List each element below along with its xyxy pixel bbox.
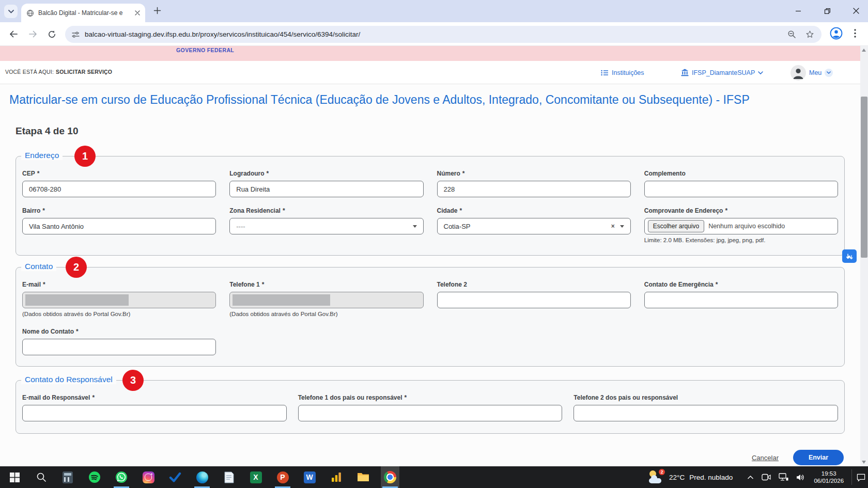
volume-button[interactable] [796,474,805,481]
step-badge-1: 1 [74,146,96,167]
new-tab-button[interactable] [153,7,161,17]
taskbar-instagram[interactable] [139,466,158,488]
tab-search-chevron-button[interactable] [4,5,18,18]
govbr-helper-text: (Dados obtidos através do Portal Gov.Br) [22,311,216,317]
required-marker: * [716,281,718,288]
vlibras-accessibility-button[interactable] [842,249,857,263]
browser-tab[interactable]: Balcão Digital - Matricular-se e [21,4,145,22]
redacted-value [25,294,129,306]
window-controls [792,4,863,18]
windows-taskbar: X P W 2 22°C Pred. nublado [0,466,868,488]
minimize-icon [795,8,801,14]
word-icon: W [304,471,316,483]
window-minimize-button[interactable] [792,4,805,18]
telefone2-input[interactable] [437,292,631,308]
section-contato-legend: Contato [21,262,56,271]
contato-emergencia-input[interactable] [644,292,838,308]
meet-now-button[interactable] [762,474,771,481]
tab-close-icon[interactable] [135,10,140,15]
field-label: Comprovante de Endereço [644,207,723,214]
email-responsavel-input[interactable] [22,405,287,421]
taskbar-notepad[interactable] [220,466,238,488]
menu-dots-icon[interactable] [854,29,856,38]
gov-federal-banner: GOVERNO FEDERAL [0,46,868,61]
whatsapp-icon [115,471,128,483]
comprovante-file-input[interactable]: Escolher arquivo Nenhum arquivo escolhid… [644,218,838,234]
logradouro-input[interactable] [229,181,423,197]
taskbar-calculator[interactable] [58,466,77,488]
user-menu-chevron [825,69,833,77]
bookmark-star-button[interactable] [805,30,814,39]
step-badge-3: 3 [122,370,144,391]
taskbar-powerbi[interactable] [327,466,346,488]
cancel-link[interactable]: Cancelar [752,454,779,462]
cep-input[interactable] [22,181,216,197]
taskbar-edge[interactable] [193,466,211,488]
institutions-link[interactable]: Instituições [601,61,644,84]
scrollbar-thumb[interactable] [861,97,867,258]
url-text: balcao-virtual-staging.dev.ifsp.edu.br/p… [85,30,778,38]
network-button[interactable] [779,473,788,481]
clock-time: 19:53 [810,470,847,477]
numero-input[interactable] [437,181,631,197]
scroll-up-arrow-icon[interactable] [862,49,866,52]
taskbar-file-explorer[interactable] [354,466,373,488]
taskbar-whatsapp[interactable] [112,466,131,488]
redacted-value [233,294,330,306]
nome-contato-input[interactable] [22,339,216,355]
weather-icon[interactable]: 2 [648,470,664,484]
submit-button[interactable]: Enviar [793,450,844,465]
field-complemento: Complemento [644,170,838,197]
taskbar-powerpoint[interactable]: P [273,466,292,488]
complemento-input[interactable] [644,181,838,197]
address-bar[interactable]: balcao-virtual-staging.dev.ifsp.edu.br/p… [65,26,822,43]
field-nome-contato: Nome do Contato* [22,328,216,355]
window-restore-button[interactable] [820,4,834,18]
reload-button[interactable] [45,28,58,40]
scroll-down-arrow-icon[interactable] [862,461,866,464]
taskbar-clock[interactable]: 19:53 06/01/2026 [810,470,847,484]
zoom-out-button[interactable] [787,30,796,39]
taskbar-chrome[interactable] [381,466,399,488]
breadcrumb: VOCÊ ESTÁ AQUI:SOLICITAR SERVIÇO [5,69,112,75]
taskbar-search-button[interactable] [32,466,51,488]
section-responsavel-legend: Contato do Responsável [21,375,116,384]
back-button[interactable] [7,28,20,40]
star-icon [805,30,814,39]
clear-selection-icon[interactable]: × [611,223,615,230]
folder-icon [357,472,369,482]
tenant-menu[interactable]: IFSP_DiamanteSUAP [681,61,763,84]
zona-residencial-select[interactable]: ---- [229,218,423,234]
close-icon [853,8,859,14]
required-marker: * [262,281,265,288]
start-button[interactable] [5,466,24,488]
escolher-arquivo-button[interactable]: Escolher arquivo [648,220,704,232]
notification-center-button[interactable] [856,473,866,482]
page-scrollbar[interactable] [860,46,868,466]
bairro-input[interactable] [22,218,216,234]
section-responsavel: Contato do Responsável 3 E-mail do Respo… [16,380,845,434]
cidade-select[interactable]: Cotia-SP × [437,218,631,234]
forward-arrow-icon [28,30,38,38]
user-menu[interactable]: Meu [791,61,833,84]
taskbar-excel[interactable]: X [246,466,265,488]
taskbar-word[interactable]: W [300,466,319,488]
field-label: Cidade [437,207,458,214]
tenant-label: IFSP_DiamanteSUAP [692,69,755,76]
chevron-down-icon [620,225,624,228]
site-settings-icon[interactable] [71,30,80,39]
profile-avatar-icon[interactable] [830,27,843,40]
telefone1-responsavel-input[interactable] [298,405,563,421]
excel-icon: X [250,471,262,483]
weather-desc[interactable]: Pred. nublado [689,474,733,481]
telefone2-responsavel-input[interactable] [574,405,838,421]
instagram-icon [143,471,154,483]
tray-expand-button[interactable] [747,475,754,480]
taskbar-check-app[interactable] [166,466,184,488]
weather-temp[interactable]: 22°C [669,474,685,481]
taskbar-spotify[interactable] [85,466,104,488]
window-close-button[interactable] [849,4,863,18]
forward-button[interactable] [27,28,39,40]
cloud-icon [649,478,661,483]
telefone1-input [229,292,423,308]
